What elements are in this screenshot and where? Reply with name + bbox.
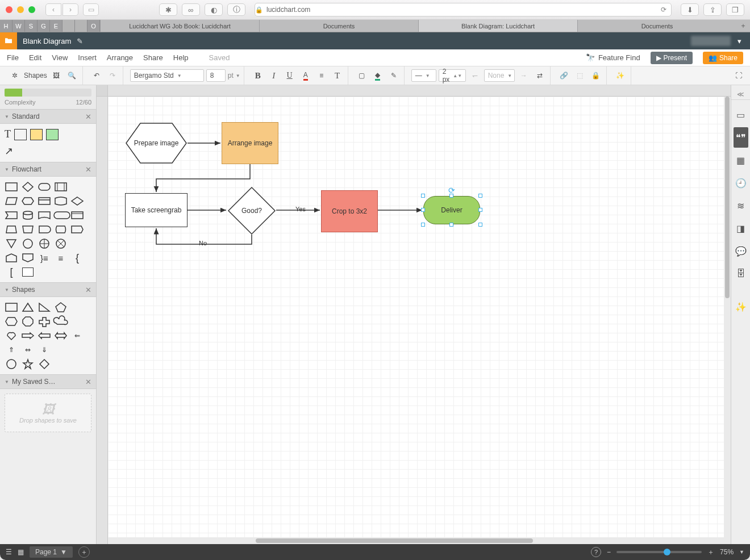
menu-share[interactable]: Share [143, 53, 163, 62]
flowchart-shape[interactable] [5, 210, 18, 221]
minimize-window-icon[interactable] [17, 6, 24, 13]
rail-page-icon[interactable]: ▭ [734, 105, 748, 125]
bold-button[interactable]: B [251, 69, 265, 82]
basic-shape[interactable] [38, 358, 51, 370]
flowchart-shape[interactable] [21, 224, 35, 235]
rename-icon[interactable]: ✎ [77, 37, 83, 45]
zoom-in-icon[interactable]: ＋ [707, 548, 714, 557]
extension-icon[interactable]: ∞ [182, 3, 200, 16]
basic-shape[interactable] [38, 330, 51, 341]
hotspot-shape-icon[interactable] [46, 129, 59, 140]
collapse-rail-icon[interactable]: ≪ [731, 89, 750, 100]
link-icon[interactable]: 🔗 [557, 69, 571, 82]
user-badge[interactable] [691, 36, 731, 46]
ruler-vertical[interactable] [97, 97, 108, 544]
browser-tab[interactable]: Blank Diagram: Lucidchart [418, 20, 577, 32]
line-style-select[interactable]: — ▼ [411, 69, 436, 82]
flowchart-shape[interactable] [5, 252, 18, 264]
resize-handle[interactable] [421, 194, 425, 198]
basic-shape[interactable] [54, 302, 68, 313]
grid-view-icon[interactable]: ▦ [18, 548, 24, 556]
page-selector[interactable]: Page 1 ▼ [30, 546, 73, 558]
flowchart-shape[interactable] [5, 238, 18, 249]
font-size-input[interactable]: 8 [206, 69, 226, 82]
new-tab-button[interactable]: ＋ [736, 20, 750, 32]
diagram-canvas[interactable]: Yes No Prepare image Arrange image Take … [108, 97, 731, 544]
node-take-screengrab[interactable]: Take screengrab [125, 193, 188, 227]
ruler-horizontal[interactable] [108, 85, 731, 97]
rail-page-settings-icon[interactable]: ◨ [734, 218, 748, 239]
pinned-tab[interactable] [63, 20, 75, 32]
menu-insert[interactable]: Insert [78, 53, 97, 62]
flowchart-shape[interactable] [54, 195, 68, 207]
search-shapes-icon[interactable]: 🔍 [65, 69, 79, 82]
arrow-shape-icon[interactable]: ↗ [5, 145, 91, 157]
resize-handle[interactable] [478, 223, 482, 227]
pinned-tab[interactable]: S [25, 20, 38, 32]
add-page-button[interactable]: ＋ [78, 546, 90, 558]
basic-shape[interactable] [21, 316, 35, 327]
flowchart-shape[interactable] [21, 195, 35, 207]
note-shape-icon[interactable] [30, 129, 43, 140]
lock-icon[interactable]: 🔒 [589, 69, 603, 82]
flowchart-shape[interactable] [38, 181, 51, 193]
line-width-select[interactable]: 2 px▲▼ [439, 69, 466, 82]
basic-shape[interactable]: ⇓ [38, 344, 51, 356]
back-button[interactable]: ‹ [45, 3, 61, 16]
user-menu-chevron-icon[interactable]: ▾ [734, 37, 744, 45]
panel-header-standard[interactable]: ▼Standard✕ [0, 109, 96, 124]
saved-shapes-dropzone[interactable]: 🖼 Drop shapes to save [5, 394, 91, 432]
rail-present-icon[interactable]: ▦ [734, 150, 748, 170]
sidebar-toggle-button[interactable]: ▭ [83, 3, 99, 16]
basic-shape[interactable] [5, 330, 18, 341]
pinned-tab[interactable]: G [38, 20, 50, 32]
insert-image-icon[interactable]: 🖼 [49, 69, 63, 82]
flowchart-shape[interactable] [21, 210, 35, 221]
resize-handle[interactable] [421, 223, 425, 227]
forward-button[interactable]: › [63, 3, 78, 16]
layer-icon[interactable]: ⬚ [573, 69, 587, 82]
pinned-tab[interactable]: H [0, 20, 13, 32]
flowchart-shape[interactable] [38, 238, 51, 249]
rail-data-icon[interactable]: 🗄 [734, 264, 748, 284]
flowchart-shape[interactable] [70, 224, 84, 235]
basic-shape[interactable] [21, 302, 35, 313]
flowchart-shape[interactable] [5, 224, 18, 235]
pinned-tab[interactable]: O [88, 20, 100, 32]
flowchart-shape[interactable] [21, 252, 35, 264]
browser-tab[interactable]: Documents [577, 20, 736, 32]
downloads-icon[interactable]: ⬇ [681, 3, 699, 16]
extension-icon[interactable]: ◐ [205, 3, 223, 16]
flowchart-shape[interactable] [54, 224, 68, 235]
menu-arrange[interactable]: Arrange [107, 53, 133, 62]
border-style-button[interactable]: ✎ [387, 69, 401, 82]
flowchart-shape[interactable] [21, 266, 35, 278]
basic-shape[interactable]: ⇐ [70, 330, 84, 341]
resize-handle[interactable] [449, 223, 453, 227]
basic-shape[interactable] [21, 330, 35, 341]
basic-shape[interactable] [38, 302, 51, 313]
menu-edit[interactable]: Edit [29, 53, 41, 62]
panel-header-flowchart[interactable]: ▼Flowchart✕ [0, 162, 96, 177]
basic-shape[interactable]: ⇔ [21, 344, 35, 356]
menu-file[interactable]: File [7, 53, 19, 62]
node-good-decision[interactable]: Good? [227, 186, 276, 235]
pinned-tab[interactable] [75, 20, 88, 32]
rail-magic-icon[interactable]: ✨ [734, 296, 748, 317]
font-family-select[interactable]: Bergamo Std▼ [130, 69, 204, 82]
block-shape-icon[interactable] [14, 129, 27, 140]
arrow-style-button[interactable]: → [517, 69, 531, 82]
list-view-icon[interactable]: ☰ [6, 548, 12, 556]
text-shape-icon[interactable]: T [5, 128, 11, 140]
extension-icon[interactable]: ⓘ [227, 3, 245, 16]
close-icon[interactable]: ✕ [85, 165, 91, 174]
flowchart-shape[interactable]: }≡ [38, 252, 51, 264]
extension-icon[interactable]: ✱ [159, 3, 177, 16]
resize-handle[interactable] [421, 208, 425, 212]
zoom-menu-chevron-icon[interactable]: ▼ [739, 549, 744, 555]
scrollbar-horizontal[interactable] [108, 537, 724, 544]
basic-shape[interactable] [5, 358, 18, 370]
close-icon[interactable]: ✕ [85, 286, 91, 294]
basic-shape[interactable] [5, 302, 18, 313]
flowchart-shape[interactable] [38, 224, 51, 235]
